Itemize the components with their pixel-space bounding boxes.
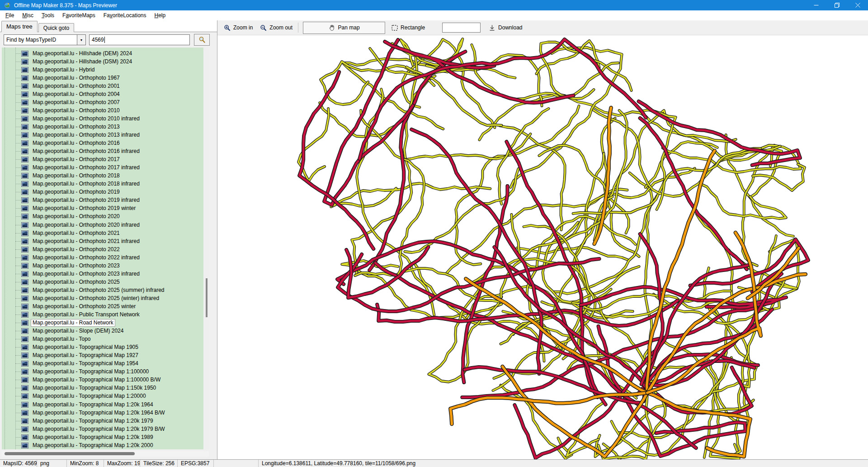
tree-item[interactable]: Map.geoportail.lu - Topographical Map 1:… [2,441,203,449]
tree-item[interactable]: Map.geoportail.lu - Orthophoto 2022 infr… [2,253,203,262]
menu-file[interactable]: File [1,10,18,20]
tree-item[interactable]: Map.geoportail.lu - Orthophoto 2007 [2,98,203,106]
restore-button[interactable] [826,0,847,10]
tree-item[interactable]: Map.geoportail.lu - Orthophoto 2018 infr… [2,180,203,188]
tree-item[interactable]: Map.geoportail.lu - Orthophoto 2021 [2,229,203,237]
tree-connector [15,151,21,152]
status-epsg: EPSG:3857 [178,460,214,467]
tree-item[interactable]: Map.geoportail.lu - Orthophoto 2017 infr… [2,164,203,172]
tree-item[interactable]: Map.geoportail.lu - Hillshade (DSM) 2024 [2,57,203,66]
pan-map-button[interactable]: Pan map [303,22,385,34]
menu-misc[interactable]: Misc [18,10,38,20]
restore-icon [835,3,840,8]
menu-favoritelocations[interactable]: FavoriteLocations [99,10,151,20]
tree-item[interactable]: Map.geoportail.lu - Topographical Map 1:… [2,425,203,433]
tree-item[interactable]: Map.geoportail.lu - Orthophoto 2013 [2,123,203,131]
tree-item[interactable]: Map.geoportail.lu - Orthophoto 2022 [2,245,203,253]
tree-item[interactable]: Map.geoportail.lu - Topographical Map 1:… [2,433,203,441]
menu-favoritemaps[interactable]: FavoriteMaps [58,10,99,20]
tab-maps-tree[interactable]: Maps tree [1,21,38,32]
tree-item[interactable]: Map.geoportail.lu - Orthophoto 2016 infr… [2,148,203,156]
tree-item[interactable]: Map.geoportail.lu - Orthophoto 2018 [2,172,203,180]
zoom-in-button[interactable]: Zoom in [220,22,256,33]
map-layer-icon [21,116,28,122]
statusbar: MapsID: 4569pngMinZoom: 8MaxZoom: 19Tile… [0,459,868,467]
menu-help[interactable]: Help [151,10,170,20]
tree-item[interactable]: Map.geoportail.lu - Road Network [2,319,203,327]
map-layer-icon [21,443,28,448]
tree-item[interactable]: Map.geoportail.lu - Orthophoto 2025 wint… [2,302,203,310]
tree-item[interactable]: Map.geoportail.lu - Orthophoto 2025 (win… [2,294,203,302]
zoom-out-button[interactable]: Zoom out [256,22,296,33]
map-layer-icon [21,402,28,408]
tree-connector [15,53,21,54]
tree-item[interactable]: Map.geoportail.lu - Orthophoto 2016 [2,139,203,148]
tree-item[interactable]: Map.geoportail.lu - Orthophoto 2025 (sum… [2,286,203,294]
tree-horizontal-scrollbar[interactable] [2,451,209,457]
rectangle-button[interactable]: Rectangle [388,22,429,33]
tree-item[interactable]: Map.geoportail.lu - Topographical Map 19… [2,352,203,360]
map-toolbar: Zoom in Zoom out Pan map [217,20,868,35]
map-viewport[interactable] [217,35,868,459]
tree-item[interactable]: Map.geoportail.lu - Topographical Map 1:… [2,409,203,417]
tree-item[interactable]: Map.geoportail.lu - Orthophoto 2017 [2,156,203,164]
tree-item[interactable]: Map.geoportail.lu - Slope (DEM) 2024 [2,327,203,335]
tree-connector [15,233,21,234]
tree-connector [15,167,21,168]
tree-item[interactable]: Map.geoportail.lu - Orthophoto 2019 [2,188,203,196]
tree-item[interactable]: Map.geoportail.lu - Orthophoto 2010 infr… [2,114,203,123]
tree-item-label: Map.geoportail.lu - Orthophoto 2025 (win… [31,295,161,302]
tree-item[interactable]: Map.geoportail.lu - Public Transport Net… [2,311,203,319]
toolbar-input[interactable] [442,23,481,33]
tree-connector [15,405,21,405]
close-button[interactable] [847,0,868,10]
tree-item[interactable]: Map.geoportail.lu - Hillshade (DEM) 2024 [2,49,203,57]
search-input[interactable]: 4569 [89,34,190,45]
tree-item[interactable]: Map.geoportail.lu - Topo [2,335,203,343]
tree-item[interactable]: Map.geoportail.lu - Orthophoto 2004 [2,90,203,98]
zoom-out-label: Zoom out [269,24,292,31]
tree-connector [15,445,21,446]
text-caret [104,37,105,43]
tab-quick-goto[interactable]: Quick goto [38,23,74,32]
tree-item[interactable]: Map.geoportail.lu - Topographical Map 1:… [2,368,203,376]
tree-vertical-scrollbar-thumb[interactable] [206,278,208,317]
tree-item-label: Map.geoportail.lu - Orthophoto 2022 infr… [31,254,142,262]
tree-vertical-scrollbar[interactable] [204,48,209,449]
download-button[interactable]: Download [485,22,526,33]
tree-connector [15,94,21,95]
tree-item[interactable]: Map.geoportail.lu - Topographical Map 1:… [2,417,203,425]
tree-item[interactable]: Map.geoportail.lu - Orthophoto 2020 [2,213,203,221]
tree-item[interactable]: Map.geoportail.lu - Orthophoto 2023 infr… [2,270,203,278]
tree-item[interactable]: Map.geoportail.lu - Topographical Map 19… [2,343,203,352]
search-button[interactable] [194,34,210,46]
minimize-button[interactable] [806,0,826,10]
tree-item[interactable]: Map.geoportail.lu - Topographical Map 1:… [2,384,203,392]
tree-item[interactable]: Map.geoportail.lu - Hybrid [2,66,203,74]
tree-item[interactable]: Map.geoportail.lu - Orthophoto 2001 [2,82,203,90]
tree-item[interactable]: Map.geoportail.lu - Topographical Map 1:… [2,400,203,409]
find-by-dropdown[interactable]: Find by MapsTypeID ▼ [4,34,86,45]
app-icon [4,2,11,9]
tree-item-label: Map.geoportail.lu - Topographical Map 1:… [31,417,155,425]
tree-item-label: Map.geoportail.lu - Orthophoto 2007 [31,99,122,106]
tree-item[interactable]: Map.geoportail.lu - Orthophoto 2020 infr… [2,221,203,229]
tree-horizontal-scrollbar-thumb[interactable] [5,452,135,455]
tree-item[interactable]: Map.geoportail.lu - Topographical Map 1:… [2,376,203,384]
tree-item[interactable]: Map.geoportail.lu - Orthophoto 2010 [2,106,203,114]
tree-item-label: Map.geoportail.lu - Orthophoto 2023 infr… [31,270,142,278]
tree-item[interactable]: Map.geoportail.lu - Orthophoto 2023 [2,262,203,270]
tree-item[interactable]: Map.geoportail.lu - Orthophoto 2025 [2,278,203,286]
map-layer-icon [21,271,28,277]
menu-tools[interactable]: Tools [38,10,58,20]
tree-item[interactable]: Map.geoportail.lu - Topographical Map 1:… [2,392,203,400]
status-coordinates: Longitude=6.138611, Latitude=49.778160, … [259,460,868,467]
tree-item[interactable]: Map.geoportail.lu - Topographical Map 19… [2,360,203,368]
tree-item[interactable]: Map.geoportail.lu - Orthophoto 2021 infr… [2,237,203,245]
map-layer-icon [21,230,28,236]
tree-item[interactable]: Map.geoportail.lu - Orthophoto 1967 [2,74,203,82]
tree-item[interactable]: Map.geoportail.lu - Orthophoto 2019 wint… [2,205,203,213]
tree-item[interactable]: Map.geoportail.lu - Orthophoto 2019 infr… [2,196,203,205]
tree-connector [15,298,21,299]
tree-item[interactable]: Map.geoportail.lu - Orthophoto 2013 infr… [2,131,203,139]
